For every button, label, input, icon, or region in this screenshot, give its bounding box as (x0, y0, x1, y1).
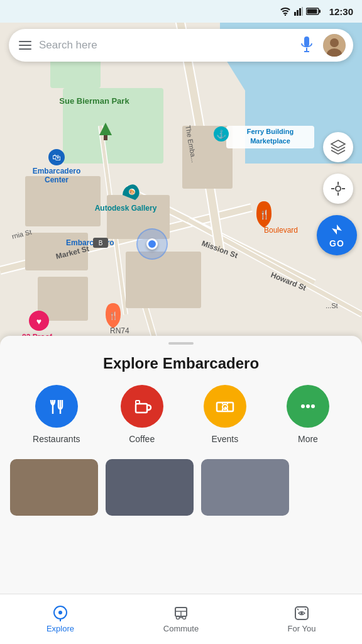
commute-nav-label: Commute (163, 624, 199, 633)
svg-rect-7 (307, 9, 317, 14)
svg-point-86 (311, 404, 315, 408)
svg-text:Autodesk Gallery: Autodesk Gallery (95, 204, 157, 213)
signal-icon (294, 7, 303, 16)
svg-rect-1 (294, 12, 296, 16)
svg-text:⚓: ⚓ (216, 129, 227, 140)
svg-point-0 (284, 14, 285, 16)
svg-text:🍴: 🍴 (259, 209, 270, 220)
go-label: GO (329, 238, 344, 248)
svg-rect-34 (126, 252, 201, 308)
events-label: Events (211, 434, 238, 444)
svg-text:🎨: 🎨 (129, 189, 135, 195)
my-location-button[interactable] (323, 174, 353, 204)
events-icon-bg: ★ (204, 385, 246, 428)
menu-button[interactable] (19, 41, 31, 50)
svg-rect-2 (297, 10, 299, 16)
svg-point-95 (300, 612, 303, 614)
svg-text:Center: Center (45, 175, 69, 184)
status-icons: 12:30 (280, 6, 353, 17)
coffee-cup-icon (131, 395, 153, 418)
search-input[interactable]: Search here (39, 39, 290, 52)
svg-text:Boulevard: Boulevard (264, 226, 298, 235)
nav-explore[interactable]: Explore (0, 605, 121, 633)
category-events[interactable]: ★ Events (204, 385, 246, 444)
user-avatar[interactable] (323, 34, 346, 57)
for-you-nav-icon (293, 605, 310, 621)
svg-text:Marketplace: Marketplace (250, 137, 290, 145)
svg-text:Ferry Building: Ferry Building (247, 128, 294, 135)
svg-text:B: B (99, 240, 103, 247)
search-bar-container: Search here (0, 23, 362, 68)
svg-text:★: ★ (222, 405, 227, 411)
svg-text:...St: ...St (326, 302, 338, 309)
svg-text:🛍: 🛍 (52, 152, 61, 162)
svg-point-87 (58, 611, 62, 614)
map-layers-button[interactable] (323, 132, 353, 162)
restaurants-label: Restaurants (33, 434, 80, 444)
ticket-icon: ★ (214, 395, 236, 418)
svg-text:Sue Bierman Park: Sue Bierman Park (59, 96, 129, 106)
bottom-nav: Explore Commute For You (0, 594, 362, 644)
explore-title: Explore Embarcadero (0, 355, 362, 372)
svg-point-92 (183, 616, 186, 619)
svg-point-12 (330, 38, 339, 47)
for-you-nav-label: For You (288, 624, 316, 633)
nav-commute[interactable]: Commute (121, 605, 241, 633)
svg-point-71 (336, 186, 341, 191)
commute-nav-icon (173, 605, 189, 621)
fork-knife-icon (45, 395, 68, 418)
more-icon-bg (287, 385, 329, 428)
place-card-2[interactable] (106, 459, 194, 516)
restaurants-icon-bg (35, 385, 78, 428)
coffee-icon-bg (121, 385, 163, 428)
svg-point-91 (177, 616, 180, 619)
location-dot (146, 238, 158, 250)
svg-rect-80 (136, 401, 140, 404)
svg-rect-6 (319, 10, 321, 13)
explore-nav-label: Explore (47, 624, 74, 633)
svg-rect-39 (104, 135, 107, 140)
svg-rect-8 (304, 36, 309, 47)
nav-for-you[interactable]: For You (241, 605, 362, 633)
wifi-icon (280, 7, 291, 16)
svg-text:Embarcadero: Embarcadero (33, 167, 81, 175)
more-label: More (298, 434, 318, 444)
mic-button[interactable] (298, 36, 315, 54)
cards-row (0, 459, 362, 516)
category-row: Restaurants Coffee ★ (0, 385, 362, 444)
place-card-3[interactable] (201, 459, 289, 516)
battery-icon (306, 7, 321, 16)
explore-nav-icon (52, 605, 69, 621)
more-dots-icon (297, 395, 319, 418)
category-more[interactable]: More (287, 385, 329, 444)
search-bar[interactable]: Search here (9, 29, 353, 62)
svg-point-85 (306, 404, 310, 408)
category-restaurants[interactable]: Restaurants (33, 385, 80, 444)
svg-point-84 (301, 404, 305, 408)
status-bar: 12:30 (0, 0, 362, 23)
coffee-label: Coffee (129, 434, 155, 444)
svg-text:RN74: RN74 (110, 326, 129, 335)
svg-rect-3 (299, 8, 301, 16)
svg-text:🍴: 🍴 (109, 311, 118, 320)
category-coffee[interactable]: Coffee (121, 385, 163, 444)
svg-rect-4 (302, 7, 303, 16)
drag-handle[interactable] (168, 342, 194, 345)
svg-text:♥: ♥ (36, 316, 41, 326)
go-navigation-button[interactable]: GO (317, 215, 357, 255)
svg-rect-79 (136, 404, 147, 413)
place-card-1[interactable] (10, 459, 98, 516)
bottom-panel: Explore Embarcadero Restaurants (0, 336, 362, 594)
status-time: 12:30 (329, 6, 353, 17)
